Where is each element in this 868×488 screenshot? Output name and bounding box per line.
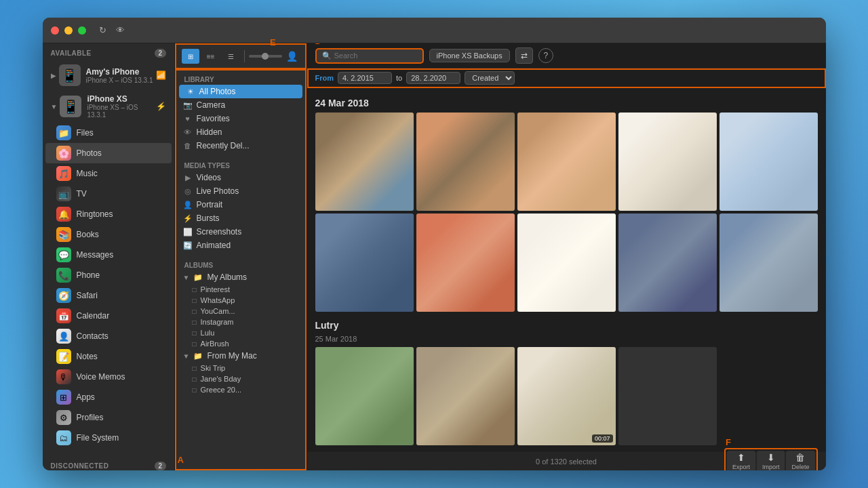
hidden-label: Hidden [197,127,222,137]
recently-deleted-label: Recently Del... [197,141,250,150]
photo-cell[interactable] [315,347,414,445]
files-label: Files [77,128,94,138]
library-section: Library ☀ All Photos 📷 Camera ♥ Favorite… [176,70,305,157]
live-photos-icon: ◎ [183,186,193,196]
sidebar-item-tv[interactable]: 📺 TV [45,184,172,204]
albums-section: Albums ▼ 📁 My Albums □ Pinterest □ Whats… [176,256,305,399]
nav-all-photos[interactable]: ☀ All Photos [179,85,302,98]
people-filter-button[interactable]: 👤 [285,49,300,64]
delete-label: Delete [791,464,809,470]
photo-cell[interactable] [416,347,515,445]
photo-cell[interactable] [517,214,616,312]
photo-main: D 🔍 iPhone XS Backups ⇄ ? E From to [307,43,826,470]
sidebar-item-safari[interactable]: 🧭 Safari [45,285,172,306]
sidebar-item-notes[interactable]: 📝 Notes [45,346,172,367]
album-pinterest[interactable]: □ Pinterest [176,284,305,295]
sidebar-item-music[interactable]: 🎵 Music [45,163,172,184]
mac-folder-icon: 📁 [193,351,203,361]
album-ski-trip[interactable]: □ Ski Trip [176,363,305,373]
album-airbrush[interactable]: □ AirBrush [176,338,305,349]
sidebar-item-filesystem[interactable]: 🗂 File System [45,428,172,448]
nav-favorites[interactable]: ♥ Favorites [176,112,305,125]
album-whatsapp[interactable]: □ WhatsApp [176,295,305,306]
date-group-1-label: 24 Mar 2018 [315,98,818,108]
sidebar-item-messages[interactable]: 💬 Messages [45,245,172,265]
photo-cell[interactable] [719,214,818,312]
album-janes-bday[interactable]: □ Jane's Bday [176,373,305,384]
apps-app-icon: ⊞ [56,390,71,405]
import-button[interactable]: ⬇ Import [757,451,785,470]
detail-view-button[interactable]: ☰ [222,49,240,64]
to-date-input[interactable] [406,72,460,84]
size-slider[interactable] [249,55,282,58]
album-youcam[interactable]: □ YouCam... [176,306,305,317]
nav-hidden[interactable]: 👁 Hidden [176,125,305,139]
photo-cell[interactable] [618,113,717,211]
nav-live-photos[interactable]: ◎ Live Photos [176,184,305,198]
photo-cell[interactable]: 00:07 [517,347,616,445]
nav-animated[interactable]: 🔄 Animated [176,239,305,252]
photo-cell[interactable] [315,214,414,312]
disconnected-badge: 2 [155,462,165,470]
sidebar-item-profiles[interactable]: ⚙ Profiles [45,407,172,428]
sidebar-item-phone[interactable]: 📞 Phone [45,265,172,285]
eye-icon[interactable]: 👁 [115,24,127,37]
maximize-button[interactable] [78,26,86,35]
from-date-input[interactable] [338,72,392,84]
sidebar-item-voice-memos[interactable]: 🎙 Voice Memos [45,367,172,387]
connect-icon[interactable]: ⇄ [515,47,533,64]
photo-cell[interactable] [315,113,414,211]
refresh-icon[interactable]: ↻ [97,24,109,37]
help-button[interactable]: ? [538,48,553,63]
nav-camera[interactable]: 📷 Camera [176,98,305,112]
lulu-album-icon: □ [193,329,197,337]
title-bar: ↻ 👁 [43,18,826,43]
sidebar-item-photos[interactable]: 🌸 Photos [45,143,172,163]
app-window: ↻ 👁 AVAILABLE 2 ▶ 📱 Amy's iPhone iPhone … [43,18,826,470]
media-types-label: Media Types [176,161,305,171]
airbrush-label: AirBrush [201,340,229,348]
list-view-button[interactable]: ≡≡ [202,49,220,64]
search-input[interactable] [334,52,417,60]
screenshots-label: Screenshots [197,227,242,237]
photo-cell[interactable] [618,347,717,445]
sidebar-item-books[interactable]: 📚 Books [45,224,172,245]
photo-cell[interactable] [416,113,515,211]
close-button[interactable] [51,26,59,35]
tv-app-icon: 📺 [56,186,71,201]
nav-bursts[interactable]: ⚡ Bursts [176,211,305,225]
minimize-button[interactable] [64,26,73,35]
nav-my-albums[interactable]: ▼ 📁 My Albums [176,270,305,284]
xs-device-sub: iPhone XS – iOS 13.3.1 [87,104,155,119]
export-button[interactable]: ⬆ Export [727,451,755,470]
nav-from-my-mac[interactable]: ▼ 📁 From My Mac [176,349,305,363]
album-greece[interactable]: □ Greece 20... [176,384,305,395]
available-label: AVAILABLE [51,49,92,57]
whatsapp-label: WhatsApp [201,296,235,304]
instagram-label: Instagram [201,318,234,326]
delete-button[interactable]: 🗑 Delete [786,451,814,470]
device-iphone-xs[interactable]: ▼ 📱 iPhone XS iPhone XS – iOS 13.3.1 ⚡ [45,90,172,123]
nav-screenshots[interactable]: ⬜ Screenshots [176,225,305,239]
nav-recently-deleted[interactable]: 🗑 Recently Del... [176,139,305,152]
portrait-label: Portrait [197,200,223,209]
photo-cell[interactable] [517,113,616,211]
device-amys-iphone[interactable]: ▶ 📱 Amy's iPhone iPhone X – iOS 13.3.1 📶 [45,60,172,90]
sidebar-item-calendar[interactable]: 📅 Calendar [45,306,172,326]
nav-videos[interactable]: ▶ Videos [176,171,305,184]
album-instagram[interactable]: □ Instagram [176,317,305,327]
photo-cell[interactable] [719,113,818,211]
nav-portrait[interactable]: 👤 Portrait [176,198,305,211]
sort-select[interactable]: Created [465,71,515,85]
janes-bday-label: Jane's Bday [201,375,241,383]
sidebar-item-ringtones[interactable]: 🔔 Ringtones [45,204,172,224]
backup-selector[interactable]: iPhone XS Backups [429,49,510,62]
sidebar-item-apps[interactable]: ⊞ Apps [45,387,172,407]
sidebar-item-files[interactable]: 📁 Files [45,123,172,143]
grid-view-button[interactable]: ⊞ [182,49,199,64]
sidebar-item-contacts[interactable]: 👤 Contacts [45,326,172,346]
album-lulu[interactable]: □ Lulu [176,327,305,338]
photo-cell[interactable] [416,214,515,312]
photo-grid-container[interactable]: 24 Mar 2018 Lutry 25 Mar 2018 [307,88,826,451]
photo-cell[interactable] [618,214,717,312]
